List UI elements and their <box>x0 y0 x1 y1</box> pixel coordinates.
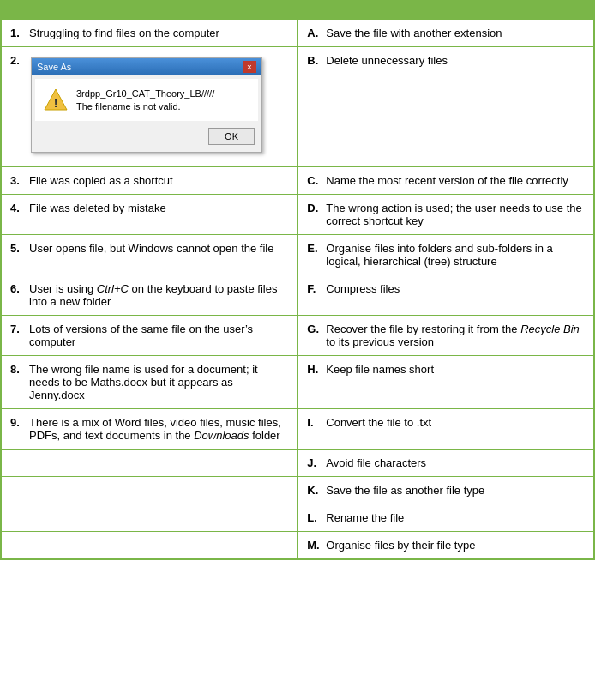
table-row: 5.User opens file, but Windows cannot op… <box>1 234 594 275</box>
col-b-cell: H.Keep file names short <box>298 355 594 408</box>
row-label: A. <box>307 27 322 39</box>
cell-text: Recover the file by restoring it from th… <box>326 323 585 348</box>
cell-text: Rename the file <box>326 511 585 524</box>
col-a-cell: 9.There is a mix of Word files, video fi… <box>1 408 298 449</box>
cell-text: The wrong action is used; the user needs… <box>326 202 585 227</box>
svg-text:!: ! <box>54 96 58 110</box>
row-number: 9. <box>10 416 26 442</box>
col-b-cell: F.Compress files <box>298 275 594 315</box>
cell-text: Save the file with another extension <box>326 27 585 39</box>
row-label: L. <box>307 511 322 524</box>
col-b-cell: L.Rename the file <box>298 504 594 531</box>
cell-content: A.Save the file with another extension <box>307 27 585 39</box>
row-label: M. <box>307 539 322 552</box>
dialog-wrapper: Save As×!3rdpp_Gr10_CAT_Theory_LB/////Th… <box>29 54 264 160</box>
cell-text: User is using Ctrl+C on the keyboard to … <box>29 282 289 308</box>
save-as-dialog: Save As×!3rdpp_Gr10_CAT_Theory_LB/////Th… <box>31 57 262 153</box>
table-row: L.Rename the file <box>1 504 594 531</box>
table-row: 2.Save As×!3rdpp_Gr10_CAT_Theory_LB/////… <box>1 47 594 167</box>
column-b-header <box>298 1 594 20</box>
col-a-cell: 4.File was deleted by mistake <box>1 194 298 234</box>
cell-content: C.Name the most recent version of the fi… <box>307 174 585 187</box>
cell-text: Convert the file to .txt <box>326 416 585 429</box>
row-label: I. <box>307 416 322 429</box>
dialog-titlebar: Save As× <box>32 58 261 75</box>
italic-text: Ctrl+C <box>97 282 129 295</box>
cell-text: Lots of versions of the same file on the… <box>29 323 289 348</box>
cell-content: 9.There is a mix of Word files, video fi… <box>10 416 289 442</box>
row-number: 1. <box>10 27 26 39</box>
cell-content: 8.The wrong file name is used for a docu… <box>10 363 289 401</box>
dialog-body: !3rdpp_Gr10_CAT_Theory_LB/////The filena… <box>35 79 258 121</box>
dialog-error-text: The filename is not valid. <box>76 100 214 113</box>
dialog-close-button[interactable]: × <box>243 61 256 73</box>
col-b-cell: M.Organise files by their file type <box>298 531 594 559</box>
dialog-message: 3rdpp_Gr10_CAT_Theory_LB/////The filenam… <box>76 88 214 114</box>
row-label: G. <box>307 323 322 348</box>
cell-content: M.Organise files by their file type <box>307 539 585 552</box>
cell-content: 4.File was deleted by mistake <box>10 202 289 214</box>
cell-text: Organise files into folders and sub-fold… <box>326 242 585 268</box>
cell-text: Keep file names short <box>326 363 585 376</box>
cell-content: J.Avoid file characters <box>307 456 585 469</box>
row-number: 6. <box>10 282 26 308</box>
cell-content: L.Rename the file <box>307 511 585 524</box>
cell-text: Save the file as another file type <box>326 484 585 497</box>
row-number: 3. <box>10 174 26 187</box>
row-number: 8. <box>10 363 26 401</box>
col-b-cell: A.Save the file with another extension <box>298 20 594 47</box>
table-row: 6.User is using Ctrl+C on the keyboard t… <box>1 275 594 315</box>
col-a-cell: 3.File was copied as a shortcut <box>1 166 298 194</box>
col-b-cell: D.The wrong action is used; the user nee… <box>298 194 594 234</box>
cell-text: Compress files <box>326 282 585 295</box>
col-a-cell <box>1 504 298 531</box>
col-b-cell: B.Delete unnecessary files <box>298 47 594 167</box>
cell-text: Avoid file characters <box>326 456 585 469</box>
table-row: J.Avoid file characters <box>1 449 594 476</box>
row-number: 7. <box>10 323 26 348</box>
cell-content: 6.User is using Ctrl+C on the keyboard t… <box>10 282 289 308</box>
cell-content: K.Save the file as another file type <box>307 484 585 497</box>
col-b-cell: C.Name the most recent version of the fi… <box>298 166 594 194</box>
col-b-cell: J.Avoid file characters <box>298 449 594 476</box>
warning-icon: ! <box>44 88 68 112</box>
row-label: D. <box>307 202 322 227</box>
table-row: 9.There is a mix of Word files, video fi… <box>1 408 594 449</box>
col-a-cell: 5.User opens file, but Windows cannot op… <box>1 234 298 275</box>
col-b-cell: I.Convert the file to .txt <box>298 408 594 449</box>
dialog-filename: 3rdpp_Gr10_CAT_Theory_LB///// <box>76 88 214 100</box>
cell-text: File was copied as a shortcut <box>29 174 289 187</box>
dialog-footer: OK <box>32 124 261 152</box>
cell-content: E.Organise files into folders and sub-fo… <box>307 242 585 268</box>
italic-text: Downloads <box>194 429 249 442</box>
row-label: B. <box>307 54 322 67</box>
row-number: 4. <box>10 202 26 214</box>
cell-content: 5.User opens file, but Windows cannot op… <box>10 242 289 255</box>
ok-button[interactable]: OK <box>208 128 255 145</box>
table-row: K.Save the file as another file type <box>1 476 594 504</box>
col-a-cell: 8.The wrong file name is used for a docu… <box>1 355 298 408</box>
cell-content: 7.Lots of versions of the same file on t… <box>10 323 289 348</box>
row-label: F. <box>307 282 322 295</box>
row-number: 2. <box>10 54 26 160</box>
cell-text: File was deleted by mistake <box>29 202 289 214</box>
row-label: C. <box>307 174 322 187</box>
cell-content: I.Convert the file to .txt <box>307 416 585 429</box>
cell-content: H.Keep file names short <box>307 363 585 376</box>
cell-content: 3.File was copied as a shortcut <box>10 174 289 187</box>
table-row: 4.File was deleted by mistakeD.The wrong… <box>1 194 594 234</box>
col-a-cell: 7.Lots of versions of the same file on t… <box>1 315 298 355</box>
col-b-cell: K.Save the file as another file type <box>298 476 594 504</box>
column-a-header <box>1 1 298 20</box>
cell-text: User opens file, but Windows cannot open… <box>29 242 289 255</box>
cell-content: 1.Struggling to find files on the comput… <box>10 27 289 39</box>
col-a-dialog-cell: 2.Save As×!3rdpp_Gr10_CAT_Theory_LB/////… <box>1 47 298 167</box>
cell-text: Name the most recent version of the file… <box>326 174 585 187</box>
cell-text: Struggling to find files on the computer <box>29 27 289 39</box>
row-label: K. <box>307 484 322 497</box>
col-a-cell: 1.Struggling to find files on the comput… <box>1 20 298 47</box>
table-row: M.Organise files by their file type <box>1 531 594 559</box>
cell-content: B.Delete unnecessary files <box>307 54 585 67</box>
cell-content: G.Recover the file by restoring it from … <box>307 323 585 348</box>
table-row: 3.File was copied as a shortcutC.Name th… <box>1 166 594 194</box>
